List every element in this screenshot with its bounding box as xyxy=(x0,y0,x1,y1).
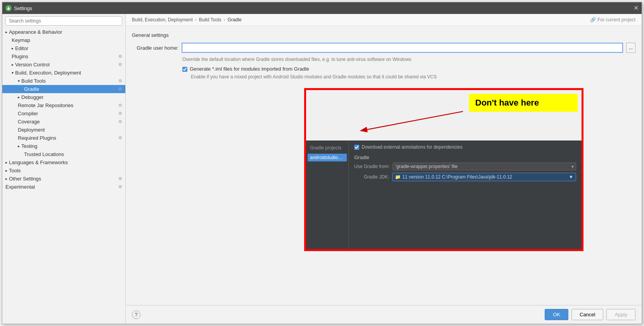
sidebar-item-label: Gradle xyxy=(24,86,39,92)
breadcrumb-sep-1: › xyxy=(195,17,197,23)
inner-use-gradle-from-select[interactable]: 'gradle-wrapper.properties' file xyxy=(393,163,576,170)
sidebar-item-other-settings[interactable]: ▸ Other Settings ⚙ xyxy=(2,175,125,183)
breadcrumb-sep-2: › xyxy=(224,17,225,23)
expand-arrow-icon: ▸ xyxy=(12,62,14,67)
sidebar-item-label: Experimental xyxy=(5,184,35,190)
browse-button[interactable]: ... xyxy=(626,43,635,53)
sidebar-item-label: Required Plugins xyxy=(18,135,56,141)
settings-icon: ⚙ xyxy=(118,78,122,83)
settings-icon: ⚙ xyxy=(118,111,122,116)
settings-icon: ⚙ xyxy=(118,87,122,92)
sidebar-item-label: Deployment xyxy=(18,127,45,133)
breadcrumb-part-2: Build Tools xyxy=(199,17,222,23)
cancel-button[interactable]: Cancel xyxy=(571,309,603,320)
generate-iml-hint: Enable if you have a mixed project with … xyxy=(191,74,437,80)
settings-icon: ⚙ xyxy=(118,103,122,108)
download-annotations-checkbox[interactable] xyxy=(354,145,359,150)
generate-iml-label: Generate *.iml files for modules importe… xyxy=(190,66,309,72)
sidebar-item-label: Remote Jar Repositories xyxy=(18,102,73,108)
sidebar-item-coverage[interactable]: Coverage ⚙ xyxy=(2,118,125,126)
inner-right-panel: Download external annotations for depend… xyxy=(349,140,582,249)
inner-project-item[interactable]: androidstudioproject xyxy=(308,154,347,161)
for-current-label: For current project xyxy=(597,17,635,23)
inner-use-gradle-from-wrapper: 'gradle-wrapper.properties' file ▼ xyxy=(393,163,576,170)
settings-icon: ⚙ xyxy=(118,176,122,181)
gradle-user-home-row: Gradle user home: ... xyxy=(132,43,635,53)
inner-gradle-projects-title: Gradle projects xyxy=(308,144,347,152)
expand-arrow-icon: ▸ xyxy=(5,160,7,165)
inner-gradle-jdk-value: 11 version 11.0.12 C:\Program Files\Java… xyxy=(402,174,569,180)
expand-arrow-icon: ▾ xyxy=(12,71,14,75)
app-icon xyxy=(5,5,12,11)
apply-button[interactable]: Apply xyxy=(606,309,635,320)
inner-gradle-jdk-label: Gradle JDK: xyxy=(354,174,389,180)
sidebar-item-label: Debugger xyxy=(21,94,43,100)
sidebar-item-label: Coverage xyxy=(18,119,40,125)
main-content: ▸ Appearance & Behavior Keymap ▸ Editor … xyxy=(2,14,642,324)
inner-gradle-jdk-select[interactable]: 📁 11 version 11.0.12 C:\Program Files\Ja… xyxy=(392,173,576,181)
sidebar-item-testing[interactable]: ▸ Testing xyxy=(2,142,125,150)
sidebar-item-editor[interactable]: ▸ Editor xyxy=(2,44,125,52)
for-current-project: 🔗 For current project xyxy=(590,17,635,23)
right-panel: Build, Execution, Deployment › Build Too… xyxy=(126,14,642,324)
sidebar-item-appearance-behavior[interactable]: ▸ Appearance & Behavior xyxy=(2,28,125,36)
sidebar-item-experimental[interactable]: Experimental ⚙ xyxy=(2,183,125,191)
panel-body: General settings Gradle user home: ... O… xyxy=(126,26,642,305)
bottom-bar: ? OK Cancel Apply xyxy=(126,305,642,324)
inner-use-gradle-from-label: Use Gradle from: xyxy=(354,164,390,169)
sidebar-item-required-plugins[interactable]: Required Plugins ⚙ xyxy=(2,134,125,142)
settings-icon: ⚙ xyxy=(118,135,122,140)
gradle-user-home-label: Gradle user home: xyxy=(132,45,178,51)
sidebar-item-plugins[interactable]: Plugins ⚙ xyxy=(2,52,125,61)
sidebar-item-label: Testing xyxy=(21,143,37,149)
expand-arrow-icon: ▸ xyxy=(5,168,7,173)
sidebar-item-label: Tools xyxy=(9,168,21,173)
sidebar-item-build-tools[interactable]: ▾ Build Tools ⚙ xyxy=(2,77,125,85)
sidebar-item-compiler[interactable]: Compiler ⚙ xyxy=(2,109,125,118)
inner-gradle-dialog: Gradle projects androidstudioproject Dow… xyxy=(306,140,582,249)
inner-use-gradle-from-row: Use Gradle from: 'gradle-wrapper.propert… xyxy=(354,163,576,170)
sidebar-item-label: Keymap xyxy=(12,37,30,43)
sidebar-item-build-execution-deployment[interactable]: ▾ Build, Execution, Deployment xyxy=(2,69,125,77)
breadcrumb-part-1: Build, Execution, Deployment xyxy=(132,17,193,23)
annotation-overlay: Don't have here xyxy=(304,88,583,251)
sidebar-item-debugger[interactable]: ▸ Debugger xyxy=(2,93,125,101)
help-button[interactable]: ? xyxy=(132,310,140,319)
search-input[interactable] xyxy=(5,16,122,26)
section-title: General settings xyxy=(132,32,635,38)
title-bar: Settings ✕ xyxy=(2,2,642,14)
sidebar-item-gradle[interactable]: Gradle ⚙ xyxy=(2,85,125,93)
sidebar-item-label: Other Settings xyxy=(9,176,41,182)
expand-arrow-icon: ▸ xyxy=(5,177,7,181)
sidebar-item-deployment[interactable]: Deployment xyxy=(2,126,125,134)
breadcrumb: Build, Execution, Deployment › Build Too… xyxy=(126,14,642,26)
download-annotations-label: Download external annotations for depend… xyxy=(362,144,462,150)
dropdown-arrow-icon: ▼ xyxy=(569,174,573,180)
gradle-user-home-hint: Override the default location where Grad… xyxy=(182,57,635,62)
sidebar-item-label: Build, Execution, Deployment xyxy=(15,70,81,76)
gradle-user-home-input[interactable] xyxy=(182,43,623,53)
generate-iml-checkbox[interactable] xyxy=(182,67,187,72)
folder-icon: 📁 xyxy=(395,174,401,180)
svg-line-2 xyxy=(362,111,463,130)
sidebar-item-tools[interactable]: ▸ Tools xyxy=(2,166,125,175)
sidebar-item-keymap[interactable]: Keymap xyxy=(2,36,125,44)
settings-icon: ⚙ xyxy=(118,184,122,189)
sidebar: ▸ Appearance & Behavior Keymap ▸ Editor … xyxy=(2,14,126,324)
settings-icon: ⚙ xyxy=(118,119,122,124)
expand-arrow-icon: ▸ xyxy=(5,30,7,34)
ok-button[interactable]: OK xyxy=(545,309,568,320)
generate-iml-hint-row: Enable if you have a mixed project with … xyxy=(182,74,635,80)
sidebar-item-label: Appearance & Behavior xyxy=(9,29,62,35)
sidebar-item-version-control[interactable]: ▸ Version Control ⚙ xyxy=(2,61,125,69)
sidebar-item-label: Version Control xyxy=(15,62,50,68)
sidebar-item-languages-frameworks[interactable]: ▸ Languages & Frameworks xyxy=(2,158,125,166)
window-title: Settings xyxy=(14,5,634,11)
sidebar-item-trusted-locations[interactable]: Trusted Locations xyxy=(2,150,125,158)
sidebar-item-remote-jar-repositories[interactable]: Remote Jar Repositories ⚙ xyxy=(2,101,125,109)
close-button[interactable]: ✕ xyxy=(634,5,639,11)
settings-icon: ⚙ xyxy=(118,54,122,59)
expand-arrow-icon: ▸ xyxy=(18,95,20,99)
sidebar-item-label: Compiler xyxy=(18,111,38,116)
inner-download-annotations-row: Download external annotations for depend… xyxy=(354,144,576,150)
